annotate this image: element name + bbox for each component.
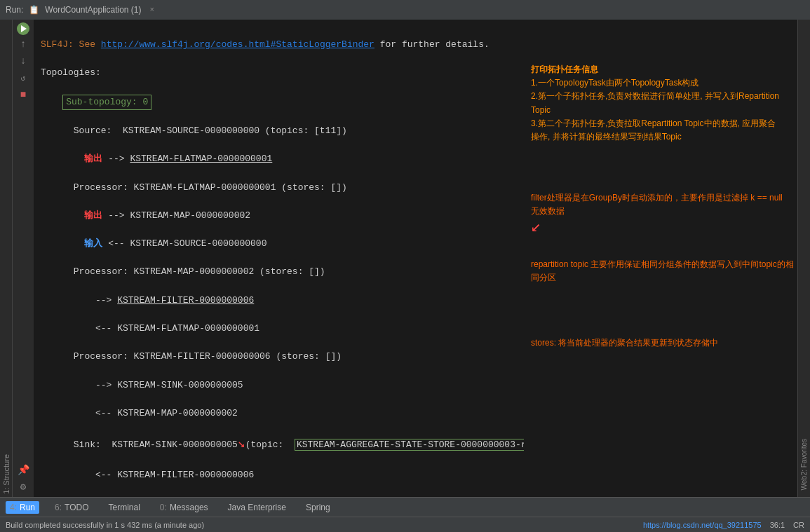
tab-messages[interactable]: 0: Messages bbox=[156, 501, 212, 514]
tab-java-enterprise-label: Java Enterprise bbox=[228, 503, 286, 512]
red-arrow-sink: ↙ bbox=[531, 216, 541, 236]
slf4j-link[interactable]: http://www.slf4j.org/codes.html#StaticLo… bbox=[101, 39, 374, 50]
right-sidebar: 2: Favorites Web bbox=[797, 20, 810, 497]
close-tab-icon[interactable]: × bbox=[150, 6, 155, 14]
build-status-text: Build completed successfully in 1 s 432 … bbox=[6, 521, 204, 529]
app-title: WordCountApplication (1) bbox=[45, 5, 141, 15]
bottom-tabs-bar: 4: Run 6: TODO Terminal 0: Messages Java… bbox=[0, 497, 810, 517]
status-url[interactable]: https://blog.csdn.net/qq_39211575 bbox=[643, 521, 762, 529]
flatmap-link: KSTREAM-FLATMAP-0000000001 bbox=[130, 154, 272, 164]
annotation-stores: stores: 将当前处理器的聚合结果更新到状态存储中 bbox=[531, 336, 718, 350]
scroll-up-icon[interactable]: ↑ bbox=[15, 36, 31, 52]
tab-terminal-label: Terminal bbox=[109, 503, 140, 512]
console-text: SLF4J: See http://www.slf4j.org/codes.ht… bbox=[41, 24, 524, 497]
tab-java-enterprise[interactable]: Java Enterprise bbox=[224, 501, 290, 514]
annotation-topology-title: 打印拓扑任务信息 1.一个TopologyTask由两个TopologyTask… bbox=[531, 63, 783, 144]
stop-icon[interactable]: ■ bbox=[15, 87, 31, 102]
annotations-panel: 打印拓扑任务信息 1.一个TopologyTask由两个TopologyTask… bbox=[524, 20, 797, 497]
web-label: Web bbox=[800, 476, 808, 490]
status-bar: Build completed successfully in 1 s 432 … bbox=[0, 517, 810, 532]
console-output-area: SLF4J: See http://www.slf4j.org/codes.ht… bbox=[34, 20, 524, 497]
scroll-down-icon[interactable]: ↓ bbox=[15, 53, 31, 69]
tab-run[interactable]: 4: Run bbox=[6, 501, 39, 514]
tab-run-num: 4: bbox=[10, 503, 17, 512]
slf4j-prefix: SLF4J: See bbox=[41, 39, 101, 50]
rerun-icon[interactable]: ↺ bbox=[15, 70, 31, 86]
tab-todo-label: TODO bbox=[65, 503, 88, 512]
cursor-position: 36:1 bbox=[770, 521, 785, 529]
tab-spring-label: Spring bbox=[306, 503, 330, 512]
annotation-repartition: repartition topic 主要作用保证相同分组条件的数据写入到中间to… bbox=[531, 258, 797, 285]
filter-link: KSTREAM-FILTER-0000000006 bbox=[117, 295, 254, 306]
encoding-label: CR bbox=[793, 521, 804, 529]
slf4j-normal: for further details. bbox=[374, 39, 490, 50]
pin-icon[interactable]: 📌 bbox=[15, 462, 31, 477]
favorites-label: 2: Favorites bbox=[800, 439, 808, 475]
tab-messages-label: Messages bbox=[170, 503, 208, 512]
structure-label: 1: Structure bbox=[2, 454, 11, 494]
tab-todo-num: 6: bbox=[55, 503, 62, 512]
run-label: Run: bbox=[6, 5, 23, 15]
output-tag-1: 输出 bbox=[84, 154, 102, 164]
annotation-filter: filter处理器是在GroupBy时自动添加的，主要作用是过滤掉 k == n… bbox=[531, 191, 790, 218]
run-button[interactable] bbox=[17, 22, 29, 35]
left-toolbar: ↑ ↓ ↺ ■ 📌 ⚙ bbox=[13, 20, 34, 497]
title-bar: Run: 📋 WordCountApplication (1) × bbox=[0, 0, 810, 20]
tab-todo[interactable]: 6: TODO bbox=[50, 501, 93, 514]
structure-panel: 1: Structure bbox=[0, 20, 13, 497]
sink-topic-highlight: KSTREAM-AGGREGATE-STATE-STORE-0000000003… bbox=[295, 439, 524, 451]
settings-icon[interactable]: ⚙ bbox=[15, 479, 31, 494]
app-icon: 📋 bbox=[29, 5, 39, 15]
tab-spring[interactable]: Spring bbox=[302, 501, 335, 514]
red-arrow-1: ↘ bbox=[238, 437, 245, 451]
tab-messages-num: 0: bbox=[160, 503, 167, 512]
tab-run-label: Run bbox=[20, 503, 35, 512]
input-tag-1: 输入 bbox=[84, 238, 102, 249]
subtopology-0-label: Sub-topology: 0 bbox=[62, 95, 151, 110]
output-tag-2: 输出 bbox=[84, 210, 102, 221]
tab-terminal[interactable]: Terminal bbox=[104, 501, 144, 514]
